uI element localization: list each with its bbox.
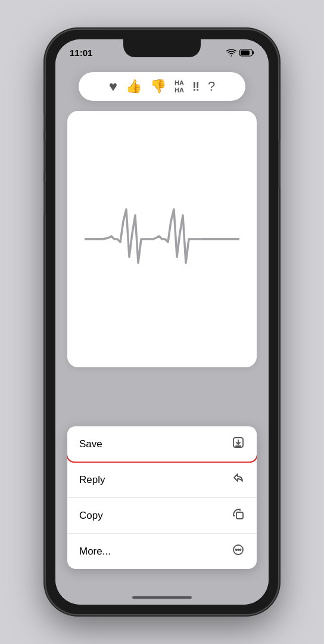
waveform-svg <box>85 203 239 275</box>
copy-icon <box>232 507 245 524</box>
status-time: 11:01 <box>70 48 92 58</box>
battery-icon <box>239 49 254 57</box>
home-indicator[interactable] <box>132 596 192 599</box>
more-label: More... <box>79 546 111 558</box>
reaction-heart[interactable]: ♥ <box>109 78 117 95</box>
status-icons <box>226 49 254 57</box>
power-button[interactable] <box>278 140 281 188</box>
notch <box>123 39 201 57</box>
svg-point-9 <box>238 549 239 550</box>
save-label: Save <box>79 438 102 450</box>
volume-up-button[interactable] <box>43 140 46 173</box>
menu-item-more[interactable]: More... <box>67 534 257 569</box>
context-menu: Save Reply <box>67 426 257 569</box>
reply-label: Reply <box>79 474 105 486</box>
phone-screen: 11:01 ♥ <box>55 39 269 605</box>
reaction-thumbsup[interactable]: 👍 <box>126 79 142 94</box>
reaction-haha[interactable]: HAHA <box>175 79 184 94</box>
wifi-icon <box>226 49 236 57</box>
reaction-question[interactable]: ? <box>208 79 215 94</box>
message-bubble <box>67 111 257 367</box>
phone-frame: 11:01 ♥ <box>46 30 278 614</box>
reply-icon <box>232 472 245 488</box>
menu-item-save[interactable]: Save <box>67 426 257 462</box>
volume-down-button[interactable] <box>43 182 46 215</box>
copy-label: Copy <box>79 510 103 522</box>
menu-item-reply[interactable]: Reply <box>67 462 257 498</box>
reaction-bar: ♥ 👍 👎 HAHA ‼ ? <box>79 72 245 101</box>
waveform-container <box>85 203 239 275</box>
more-icon <box>232 543 245 559</box>
svg-rect-1 <box>253 51 254 54</box>
reaction-thumbsdown[interactable]: 👎 <box>150 79 166 94</box>
svg-rect-6 <box>236 512 243 519</box>
save-icon <box>232 436 245 452</box>
svg-point-8 <box>236 549 237 550</box>
mute-button[interactable] <box>43 113 46 131</box>
reaction-emphasize[interactable]: ‼ <box>192 80 200 94</box>
svg-point-10 <box>240 549 241 550</box>
menu-item-copy[interactable]: Copy <box>67 498 257 534</box>
svg-rect-2 <box>241 50 250 55</box>
